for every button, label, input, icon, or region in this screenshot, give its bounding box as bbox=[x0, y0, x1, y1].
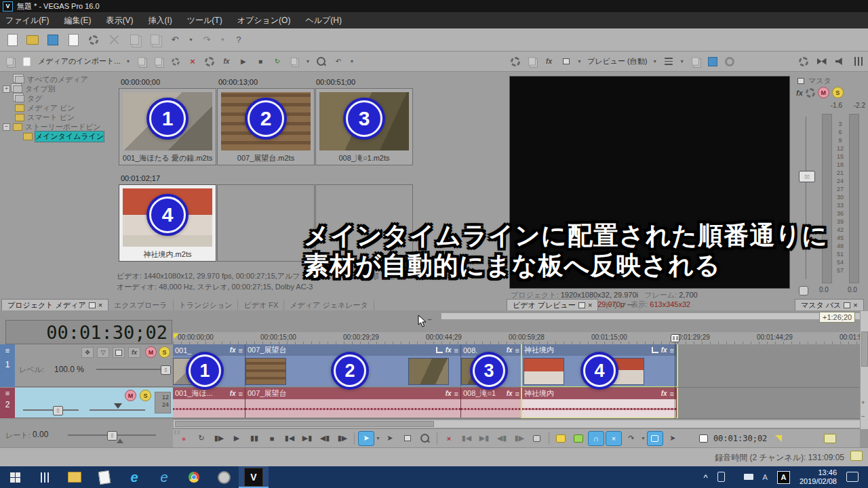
notepad-app-icon[interactable] bbox=[90, 466, 119, 488]
interactive-help-button[interactable]: ? bbox=[232, 33, 245, 47]
delete-media-icon[interactable]: × bbox=[186, 56, 198, 67]
trim-start-button[interactable]: ▮◀ bbox=[458, 431, 475, 446]
transport-timecode[interactable]: 00:01:30;02 bbox=[713, 434, 767, 443]
import-dropdown[interactable]: ▼ bbox=[126, 59, 131, 64]
menu-edit[interactable]: 編集(E) bbox=[64, 15, 91, 26]
video-output-fx-icon[interactable]: fx bbox=[543, 56, 555, 67]
usb-device-icon[interactable] bbox=[717, 472, 725, 483]
trim-end-button[interactable]: ▶▮ bbox=[476, 431, 492, 446]
snap-toggle[interactable]: ∩ bbox=[588, 431, 604, 446]
selection-tool-button[interactable] bbox=[399, 431, 416, 446]
edit-tool-button[interactable]: ➤ bbox=[358, 431, 374, 446]
overlays-dropdown[interactable]: ▼ bbox=[679, 59, 684, 64]
capture-icon[interactable] bbox=[724, 56, 735, 67]
v-scroll-thumb[interactable] bbox=[861, 331, 868, 367]
media-play-icon[interactable]: ▶ bbox=[237, 56, 249, 67]
vegas-taskbar-icon[interactable]: V bbox=[239, 466, 269, 488]
zoom-tool-button[interactable] bbox=[417, 431, 433, 446]
close-icon[interactable]: × bbox=[588, 301, 592, 309]
volume-slider-handle[interactable]: ▯ bbox=[53, 406, 63, 415]
tree-item-media-bin[interactable]: メディア ビン bbox=[3, 103, 113, 113]
close-icon[interactable]: × bbox=[98, 301, 102, 309]
menu-options[interactable]: オプション(O) bbox=[237, 15, 291, 26]
tab-master-bus[interactable]: マスタ バス× bbox=[795, 299, 864, 310]
auto-crossfade-toggle[interactable]: × bbox=[606, 431, 622, 446]
menu-file[interactable]: ファイル(F) bbox=[5, 15, 49, 26]
audio-clip-3[interactable]: 008_滝○1fx≡ bbox=[461, 388, 522, 418]
pan-slider-handle[interactable] bbox=[114, 403, 122, 409]
tree-item-main-timeline[interactable]: メインタイムライン bbox=[3, 131, 113, 141]
file-explorer-icon[interactable] bbox=[60, 466, 90, 488]
prev-frame-button[interactable]: ◀▮ bbox=[317, 431, 333, 446]
mixer-properties-gear-icon[interactable] bbox=[797, 56, 809, 67]
loop-playback-button[interactable]: ↻ bbox=[193, 431, 210, 446]
track-menu-icon[interactable]: ≡ bbox=[0, 346, 15, 354]
tab-media-generators[interactable]: メディア ジェネレータ bbox=[284, 300, 374, 310]
open-button[interactable] bbox=[26, 33, 39, 47]
ime-input-indicator[interactable]: A bbox=[763, 473, 768, 481]
media-stop-icon[interactable]: ■ bbox=[254, 56, 266, 67]
tree-item-all-media[interactable]: すべてのメディア bbox=[3, 75, 113, 84]
track-mute-icon[interactable]: M bbox=[145, 346, 157, 358]
track-fx-icon[interactable]: fx bbox=[128, 347, 140, 358]
track-menu-icon[interactable]: ≡ bbox=[0, 389, 15, 397]
tab-video-preview[interactable]: ビデオ プレビュー× bbox=[507, 299, 598, 310]
tab-transitions[interactable]: トランジション bbox=[174, 300, 239, 310]
lock-envelopes-toggle[interactable] bbox=[647, 431, 663, 446]
ignore-grouping-button[interactable]: ➤ bbox=[665, 431, 681, 446]
taskbar-clock[interactable]: 13:46 2019/02/08 bbox=[800, 468, 837, 486]
track-height-icon[interactable]: ▽ bbox=[97, 347, 109, 358]
camera-tray-icon[interactable] bbox=[744, 473, 753, 481]
downmix-icon[interactable] bbox=[816, 56, 827, 67]
master-gear-icon[interactable] bbox=[806, 88, 815, 98]
zoom-in-button[interactable]: + bbox=[861, 399, 865, 406]
import-media-button[interactable]: メディアのインポート... bbox=[38, 56, 121, 66]
overlays-grid-icon[interactable] bbox=[663, 56, 674, 67]
master-fader-handle[interactable]: ▯▯ bbox=[799, 171, 815, 182]
media-fx-icon[interactable]: fx bbox=[220, 56, 232, 67]
views-icon[interactable] bbox=[288, 56, 300, 67]
master-mute-icon[interactable]: M bbox=[818, 87, 829, 98]
cut-button[interactable] bbox=[107, 33, 121, 47]
redo-dropdown[interactable]: ▼ bbox=[220, 37, 225, 42]
paste-button[interactable] bbox=[148, 33, 161, 47]
master-fx-icon[interactable]: fx bbox=[796, 89, 803, 97]
play-button[interactable]: ▶ bbox=[229, 431, 245, 446]
undo-dropdown[interactable]: ▼ bbox=[189, 37, 193, 42]
playhead-marker[interactable] bbox=[671, 334, 679, 342]
menu-insert[interactable]: 挿入(I) bbox=[148, 15, 172, 26]
expand-icon[interactable]: + bbox=[3, 85, 10, 93]
pause-button[interactable]: ▮▮ bbox=[246, 431, 262, 446]
media-thumbnail-3[interactable]: 3 008_滝○1.m2ts bbox=[315, 88, 413, 165]
tree-item-tags[interactable]: タグ bbox=[3, 94, 113, 103]
play-from-start-button[interactable]: ▮▶ bbox=[211, 431, 227, 446]
audio-track-lane[interactable]: 001_海ほ...fx≡ 007_展望台fx≡ 008_滝○1fx≡ 神社境内f… bbox=[173, 388, 860, 419]
compositing-icon[interactable] bbox=[113, 347, 125, 358]
preview-quality-dropdown[interactable]: ▼ bbox=[652, 59, 657, 64]
edit-tool-dropdown[interactable]: ▼ bbox=[376, 436, 380, 441]
level-slider[interactable]: ▯ bbox=[96, 369, 170, 370]
views-dropdown[interactable]: ▼ bbox=[305, 59, 310, 64]
ripple-edit-button[interactable]: ↷ bbox=[623, 431, 639, 446]
properties-gear-icon[interactable] bbox=[87, 33, 100, 47]
dim-output-speaker-icon[interactable] bbox=[834, 56, 846, 67]
search-icon[interactable] bbox=[315, 56, 327, 67]
envelope-icon[interactable] bbox=[824, 434, 836, 443]
copy-button[interactable] bbox=[127, 33, 141, 47]
ie-browser-icon[interactable]: e bbox=[149, 466, 179, 488]
audio-clip-2[interactable]: 007_展望台fx≡ bbox=[245, 388, 461, 418]
track-mute-icon[interactable]: M bbox=[125, 390, 136, 401]
capture-video-icon[interactable] bbox=[153, 56, 164, 67]
notification-center-icon[interactable] bbox=[846, 472, 859, 483]
go-to-start-button[interactable]: ▮◀ bbox=[281, 431, 298, 446]
media-undo-dropdown[interactable]: ▼ bbox=[349, 59, 354, 64]
tab-trimmer[interactable]: トリマー bbox=[598, 300, 640, 310]
track-solo-icon[interactable]: S bbox=[159, 346, 170, 358]
ime-mode-icon[interactable]: A bbox=[777, 471, 790, 484]
redo-button[interactable]: ↷ bbox=[200, 33, 214, 47]
remove-unused-media-icon[interactable] bbox=[4, 56, 16, 67]
tab-project-media[interactable]: プロジェクト メディア× bbox=[1, 299, 108, 310]
timeline-v-scrollbar[interactable]: + − bbox=[860, 310, 868, 430]
preview-quality-button[interactable]: プレビュー (自動) bbox=[587, 56, 647, 66]
edge-browser-icon[interactable]: e bbox=[119, 466, 149, 488]
